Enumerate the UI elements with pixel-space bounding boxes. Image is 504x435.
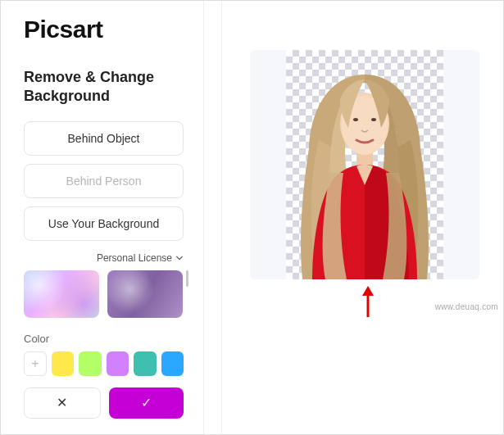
divider-column: [204, 1, 222, 434]
bg-thumbnail-2[interactable]: [107, 270, 183, 318]
use-your-background-button[interactable]: Use Your Background: [24, 206, 184, 241]
behind-object-button[interactable]: Behind Object: [24, 121, 184, 156]
subject-image: [286, 50, 443, 279]
thumb-scrollbar[interactable]: [186, 270, 188, 287]
license-label: Personal License: [97, 252, 172, 264]
annotation-arrow-icon: [360, 286, 376, 319]
confirm-button[interactable]: ✓: [109, 387, 184, 419]
behind-person-button[interactable]: Behind Person: [24, 164, 184, 198]
color-swatch-blue[interactable]: [161, 351, 184, 376]
svg-point-4: [371, 118, 376, 121]
watermark: www.deuaq.com: [435, 302, 498, 311]
action-row: ✕ ✓: [24, 387, 184, 419]
sidebar: Picsart Remove & Change Background Behin…: [1, 1, 204, 434]
color-swatch-purple[interactable]: [107, 351, 129, 376]
color-swatch-green[interactable]: [79, 351, 101, 376]
license-dropdown[interactable]: Personal License: [24, 252, 184, 264]
canvas-area: www.deuaq.com: [222, 1, 503, 434]
svg-point-3: [353, 118, 358, 121]
add-color-swatch[interactable]: +: [24, 351, 47, 376]
cancel-button[interactable]: ✕: [24, 387, 101, 419]
color-swatches: +: [24, 351, 184, 376]
canvas[interactable]: [250, 50, 479, 279]
section-title: Remove & Change Background: [24, 68, 184, 106]
color-swatch-yellow[interactable]: [52, 351, 74, 376]
background-thumbnails: [24, 270, 184, 318]
chevron-down-icon: [175, 254, 184, 262]
brand-logo: Picsart: [24, 16, 184, 43]
bg-thumbnail-1[interactable]: [24, 270, 99, 318]
color-section-label: Color: [24, 333, 184, 345]
color-swatch-teal[interactable]: [134, 351, 156, 376]
